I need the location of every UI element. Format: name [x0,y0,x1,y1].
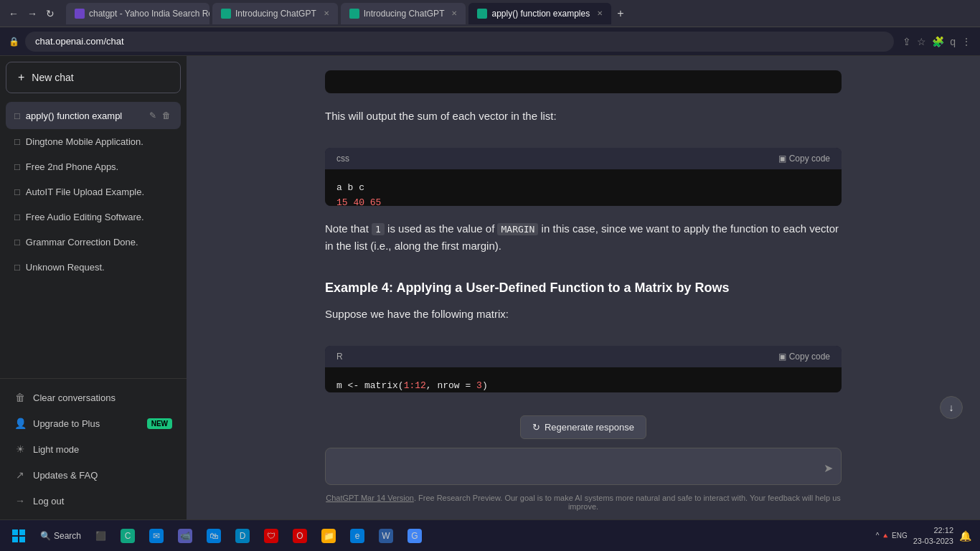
chat-item-text-7: Unknown Request. [26,262,172,273]
share-icon[interactable]: ⇪ [903,36,911,47]
browser-tab-3[interactable]: Introducing ChatGPT ✕ [341,3,466,24]
search-taskbar-button[interactable]: 🔍 Search [34,523,87,549]
chat-icon-1: □ [14,110,20,121]
input-wrapper: ➤ [325,448,842,488]
r-code-pre: m <- matrix( [336,380,404,391]
word-app-icon: W [379,529,393,543]
external-link-icon: ↗ [14,469,26,481]
chat-icon-7: □ [14,262,20,273]
prev-code-block [325,70,842,93]
css-code-block: css ▣ Copy code a b c 15 40 65 [325,148,842,206]
main-content: This will output the sum of each vector … [187,56,980,519]
note-text-2: is used as the value of [385,222,498,235]
chat-app-icon: C [121,529,135,543]
menu-icon[interactable]: ⋮ [961,36,971,47]
chat-icon-6: □ [14,237,20,248]
chat-item-1[interactable]: □ apply() function exampl ✎ 🗑 [6,102,181,129]
r-code-body: m <- matrix(1:12, nrow = 3) [325,367,842,392]
tab-close-4[interactable]: ✕ [597,9,603,17]
browser-tab-4[interactable]: apply() function examples ✕ [468,3,611,24]
light-mode-button[interactable]: ☀ Light mode [6,436,181,462]
address-bar[interactable] [25,32,894,52]
taskbar-video-app[interactable]: 📹 [172,523,198,549]
taskbar-files-app[interactable]: 📁 [316,523,341,549]
profile-icon[interactable]: q [950,36,956,47]
scroll-down-button[interactable]: ↓ [940,396,963,419]
taskbar-chat-app[interactable]: C [115,523,141,549]
chat-item-6[interactable]: □ Grammar Correction Done. [6,230,181,255]
chat-item-7[interactable]: □ Unknown Request. [6,255,181,280]
refresh-button[interactable]: ↻ [43,6,57,21]
task-view-button[interactable]: ⬛ [90,523,112,549]
note-text-block: Note that 1 is used as the value of MARG… [325,220,842,263]
r-code-block: R ▣ Copy code m <- matrix(1:12, nrow = 3… [325,346,842,392]
forward-button[interactable]: → [24,6,40,21]
chat-item-3[interactable]: □ Free 2nd Phone Apps. [6,154,181,179]
new-chat-button[interactable]: + New chat [6,62,181,93]
taskbar-word-app[interactable]: W [373,523,399,549]
taskbar-chrome-app[interactable]: G [402,523,428,549]
version-link[interactable]: ChatGPT Mar 14 Version [326,494,414,502]
chat-item-2[interactable]: □ Dingtone Mobile Application. [6,129,181,154]
chrome-app-icon: G [407,529,422,543]
nav-buttons: ← → ↻ [6,6,57,21]
star-icon[interactable]: ☆ [917,36,926,47]
send-button[interactable]: ➤ [824,461,833,475]
systray-icons: ^ 🔺 ENG [876,532,908,540]
chat-item-5[interactable]: □ Free Audio Editing Software. [6,204,181,230]
tab-label-4: apply() function examples [491,9,590,19]
chat-icon-2: □ [14,136,20,147]
chat-icon-3: □ [14,161,20,172]
taskbar-browser-app[interactable]: O [287,523,313,549]
chat-input-area: ↻ Regenerate response ➤ ChatGPT Mar 14 V… [187,407,980,519]
clear-conversations-button[interactable]: 🗑 Clear conversations [6,385,181,410]
chat-item-text-2: Dingtone Mobile Application. [26,136,172,147]
delete-button-1[interactable]: 🗑 [161,109,172,122]
extensions-icon[interactable]: 🧩 [932,36,944,47]
clock-time: 22:12 [913,525,953,535]
copy-code-button-2[interactable]: ▣ Copy code [778,352,830,362]
chat-item-actions-1: ✎ 🗑 [148,109,172,122]
note-code-1: 1 [372,223,385,235]
output-label: This will output the sum of each vector … [325,108,842,125]
taskbar-mail-app[interactable]: ✉ [143,523,169,549]
notification-icon[interactable]: 🔔 [959,530,971,542]
example4-block: Example 4: Applying a User-Defined Funct… [325,278,842,331]
edit-button-1[interactable]: ✎ [148,109,158,122]
tab-favicon-3 [349,9,359,19]
regen-label: Regenerate response [545,422,634,433]
sidebar: + New chat □ apply() function exampl ✎ 🗑… [0,56,187,519]
disclaimer: ChatGPT Mar 14 Version. Free Research Pr… [325,494,842,511]
upgrade-plus-button[interactable]: 👤 Upgrade to Plus NEW [6,410,181,436]
windows-start-button[interactable] [6,523,32,549]
chat-item-4[interactable]: □ AutoIT File Upload Example. [6,179,181,204]
logout-button[interactable]: → Log out [6,488,181,514]
css-code-header: css ▣ Copy code [325,148,842,169]
back-button[interactable]: ← [6,6,22,21]
taskbar-store-app[interactable]: 🛍 [201,523,227,549]
sun-icon: ☀ [14,443,26,455]
note-code-2: MARGIN [497,223,538,235]
tab-close-3[interactable]: ✕ [451,9,457,17]
copy-icon-2: ▣ [778,352,786,362]
tab-close-2[interactable]: ✕ [324,9,329,17]
updates-faq-button[interactable]: ↗ Updates & FAQ [6,462,181,488]
user-icon: 👤 [14,418,26,429]
new-tab-button[interactable]: + [617,7,623,20]
logout-label: Log out [33,496,64,507]
taskbar-edge-app[interactable]: e [344,523,370,549]
tab-favicon-4 [477,9,487,19]
tab-favicon-1 [75,9,85,19]
browser-tab-1[interactable]: chatgpt - Yahoo India Search Res ✕ [66,3,209,24]
example4-title: Example 4: Applying a User-Defined Funct… [325,278,842,298]
chat-input[interactable] [325,448,842,485]
light-mode-label: Light mode [33,444,79,455]
taskbar-dell-app[interactable]: D [230,523,255,549]
browser-tab-2[interactable]: Introducing ChatGPT ✕ [212,3,338,24]
trash-icon: 🗑 [14,392,26,403]
regenerate-button[interactable]: ↻ Regenerate response [520,415,646,439]
copy-code-button-1[interactable]: ▣ Copy code [778,154,830,164]
clear-conversations-label: Clear conversations [33,392,116,403]
taskbar-security-app[interactable]: 🛡 [258,523,284,549]
r-lang-label: R [336,352,343,362]
